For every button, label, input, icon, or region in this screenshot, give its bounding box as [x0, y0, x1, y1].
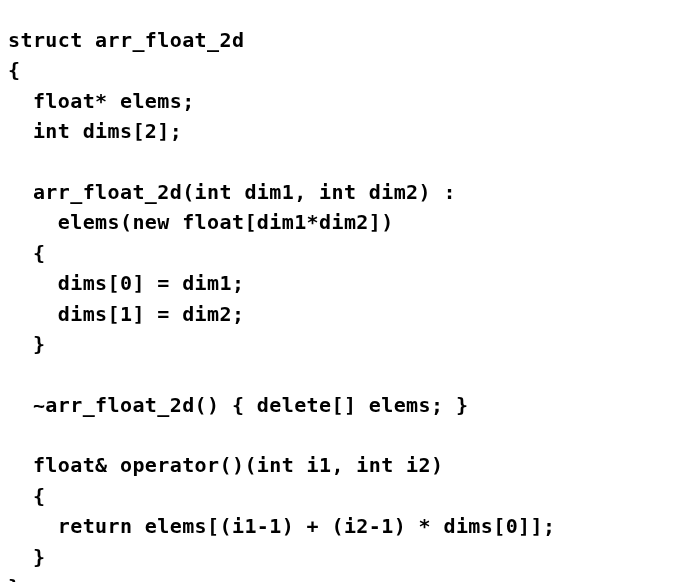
code-block: struct arr_float_2d { float* elems; int … — [0, 20, 685, 582]
code-content: struct arr_float_2d { float* elems; int … — [8, 28, 555, 582]
